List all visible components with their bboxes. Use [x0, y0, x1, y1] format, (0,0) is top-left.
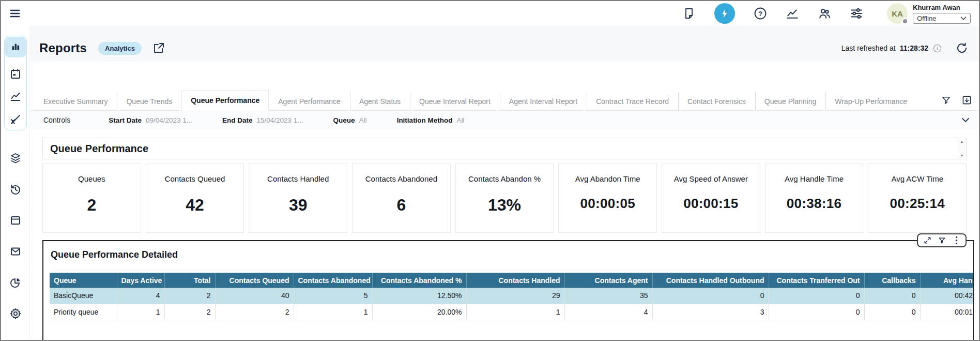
analytics-badge: Analytics — [98, 42, 142, 55]
history-icon — [9, 183, 22, 196]
queue-performance-table: QueueDays ActiveTotalContacts QueuedCont… — [50, 273, 974, 320]
metric-card-queues: Queues2 — [42, 164, 141, 233]
flash-icon[interactable] — [714, 3, 735, 24]
table-cell: 00:01:19 — [920, 304, 974, 320]
metric-value: 6 — [353, 196, 450, 215]
filter-label: Queue — [333, 116, 355, 124]
tab-agent-status[interactable]: Agent Status — [350, 92, 410, 110]
sidebar-item-schedule[interactable] — [9, 68, 22, 80]
help-icon[interactable]: ? — [754, 7, 767, 20]
tab-agent-performance[interactable]: Agent Performance — [269, 92, 350, 110]
users-icon[interactable] — [818, 7, 831, 20]
table-row-basicqueue[interactable]: BasicQueue4240512.50%293500000:42:22 — [50, 288, 974, 304]
column-header-queue: Queue — [50, 273, 117, 288]
filter-value: 09/04/2023 1... — [146, 116, 192, 124]
detail-title: Queue Performance Detailed — [43, 241, 973, 260]
sidebar-item-layers[interactable] — [9, 152, 22, 165]
metric-label: Contacts Handled — [249, 174, 347, 183]
filter-icon[interactable] — [938, 236, 946, 245]
bar-chart-icon — [9, 41, 22, 53]
topbar-icons: ? KA Khurram Awan Offline — [682, 3, 971, 24]
metrics-icon[interactable] — [786, 7, 799, 20]
table-cell: 2 — [164, 304, 215, 320]
status-value: Offline — [917, 14, 936, 22]
table-cell: 12.50% — [372, 288, 466, 304]
info-icon[interactable]: i — [932, 43, 942, 53]
table-cell: 4 — [564, 304, 652, 320]
controls-label: Controls — [43, 116, 70, 124]
sliders-icon[interactable] — [850, 7, 863, 20]
filter-value: All — [359, 116, 367, 124]
refreshed-time: 11:28:32 — [900, 44, 928, 52]
line-chart-icon — [9, 91, 22, 103]
sidebar-item-window[interactable] — [9, 214, 22, 227]
sidebar-item-customize[interactable] — [9, 113, 22, 126]
kebab-icon[interactable] — [952, 236, 960, 245]
section-header: Queue Performance ▲ ▼ — [42, 138, 967, 159]
sidebar-item-trends[interactable] — [9, 91, 22, 103]
refresh-icon[interactable] — [955, 41, 969, 55]
table-cell: 0 — [864, 288, 920, 304]
tab-executive-summary[interactable]: Executive Summary — [34, 92, 117, 110]
sidebar-item-pie[interactable] — [9, 276, 22, 289]
column-header-contacts-abandoned: Contacts Abandoned — [294, 273, 372, 288]
table-cell: 20.00% — [372, 304, 466, 320]
table-cell: 0 — [769, 288, 864, 304]
metric-card-avg-abandon-time: Avg Abandon Time00:00:05 — [558, 164, 657, 233]
table-cell: 1 — [294, 304, 372, 320]
filter-initiation-method[interactable]: Initiation MethodAll — [397, 116, 465, 124]
sidebar-item-mail[interactable] — [9, 245, 22, 258]
column-header-contacts-handled: Contacts Handled — [466, 273, 564, 288]
expand-icon[interactable] — [923, 236, 931, 245]
filter-queue[interactable]: QueueAll — [333, 116, 367, 124]
tab-queue-planning[interactable]: Queue Planning — [755, 92, 825, 110]
filter-label: Start Date — [109, 116, 142, 124]
scroll-down-arrow[interactable]: ▼ — [960, 154, 964, 157]
metric-card-contacts-handled: Contacts Handled39 — [249, 164, 347, 233]
table-cell: BasicQueue — [50, 288, 117, 304]
download-icon[interactable] — [961, 95, 972, 105]
controls-collapse-chevron[interactable] — [961, 117, 970, 123]
tab-queue-trends[interactable]: Queue Trends — [117, 92, 181, 110]
table-cell: 1 — [466, 304, 564, 320]
table-row-priority-queue[interactable]: Priority queue122120.00%1430000:01:19 — [50, 304, 974, 320]
filter-icon[interactable] — [941, 95, 951, 105]
sidebar-item-settings[interactable] — [9, 307, 22, 320]
report-tabs: Executive SummaryQueue TrendsQueue Perfo… — [34, 90, 916, 110]
filter-start-date[interactable]: Start Date09/04/2023 1... — [109, 116, 192, 124]
filter-end-date[interactable]: End Date15/04/2023 1... — [222, 116, 303, 124]
table-cell: 0 — [769, 304, 864, 320]
metric-value: 42 — [146, 196, 244, 215]
strip-icons — [941, 95, 972, 105]
status-select[interactable]: Offline — [913, 13, 971, 24]
user-name: Khurram Awan — [913, 4, 971, 11]
section-scrollbar[interactable]: ▲ ▼ — [958, 139, 966, 158]
scroll-up-arrow[interactable]: ▲ — [960, 140, 964, 143]
sidebar-item-history[interactable] — [9, 183, 22, 196]
column-header-days-active: Days Active — [117, 273, 164, 288]
metric-cards: Queues2Contacts Queued42Contacts Handled… — [42, 164, 967, 233]
table-cell: 2 — [215, 304, 294, 320]
external-link-icon[interactable] — [152, 41, 165, 55]
tab-contact-forensics[interactable]: Contact Forensics — [678, 92, 755, 110]
tab-queue-performance[interactable]: Queue Performance — [181, 90, 269, 111]
tab-agent-interval-report[interactable]: Agent Interval Report — [500, 92, 587, 110]
column-header-contacts-tranferred-out: Contacts Tranferred Out — [769, 273, 864, 288]
metric-card-contacts-abandon: Contacts Abandon %13% — [455, 164, 554, 233]
gear-icon — [9, 307, 22, 320]
sidebar-lower-group — [9, 152, 22, 320]
column-header-avg-handl: Avg Handl.. — [920, 273, 974, 288]
status-dot — [902, 18, 908, 24]
metric-value: 2 — [43, 196, 141, 215]
sidebar-item-reports[interactable] — [5, 37, 26, 57]
tab-contract-trace-record[interactable]: Contract Trace Record — [587, 92, 678, 110]
tab-queue-interval-report[interactable]: Queue Interval Report — [410, 92, 500, 110]
note-icon[interactable] — [682, 7, 696, 20]
page-header: Reports Analytics Last refreshed at 11:2… — [30, 26, 979, 61]
hamburger-menu-icon[interactable] — [8, 7, 22, 20]
metric-label: Avg Handle Time — [765, 174, 863, 183]
table-cell: 40 — [215, 288, 294, 304]
layers-icon — [9, 152, 22, 165]
tab-wrap-up-performance[interactable]: Wrap-Up Performance — [825, 92, 916, 110]
filters: Start Date09/04/2023 1...End Date15/04/2… — [109, 116, 464, 124]
